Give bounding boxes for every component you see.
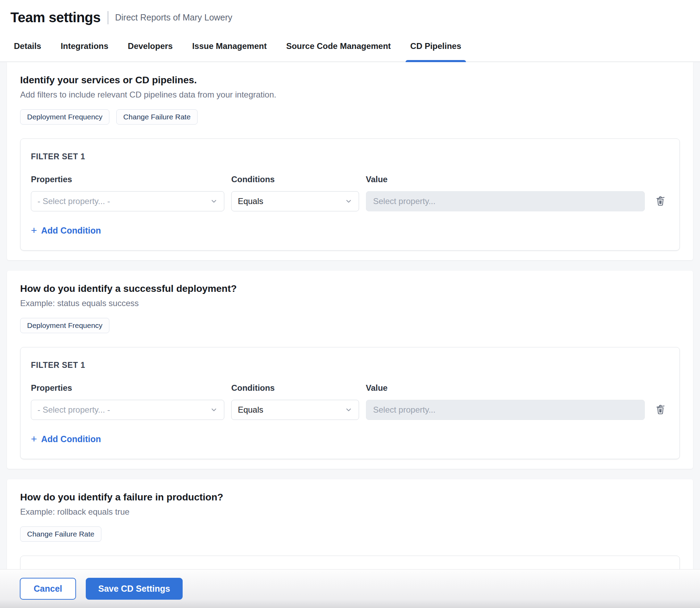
properties-label: Properties — [31, 175, 224, 184]
save-cd-settings-button[interactable]: Save CD Settings — [86, 578, 183, 600]
filter-grid: Properties Conditions Value - Select pro… — [31, 175, 669, 211]
metric-chip-row: Deployment Frequency — [20, 318, 680, 333]
tab-details[interactable]: Details — [14, 30, 41, 61]
page-subtitle: Direct Reports of Mary Lowery — [115, 12, 233, 23]
tab-issue-management[interactable]: Issue Management — [192, 30, 267, 61]
tab-label: Developers — [128, 41, 173, 51]
tab-label: Source Code Management — [286, 41, 391, 51]
value-label: Value — [366, 383, 645, 393]
section-heading: How do you identify a successful deploym… — [20, 283, 680, 294]
section-description: Example: rollback equals true — [20, 507, 680, 517]
property-select-placeholder: - Select property... - — [38, 405, 110, 415]
chip-change-failure-rate: Change Failure Rate — [20, 526, 101, 542]
filter-grid: Properties Conditions Value - Select pro… — [31, 383, 669, 420]
filter-set-card: FILTER SET 1 Properties Conditions Value… — [20, 347, 680, 459]
page-header: Team settings Direct Reports of Mary Low… — [0, 0, 700, 30]
chip-deployment-frequency: Deployment Frequency — [20, 109, 109, 125]
property-select-placeholder: - Select property... - — [38, 196, 110, 206]
metric-chip-row: Deployment Frequency Change Failure Rate — [20, 109, 680, 125]
cancel-button[interactable]: Cancel — [20, 578, 76, 600]
chip-change-failure-rate: Change Failure Rate — [116, 109, 198, 125]
section-successful-deployment: How do you identify a successful deploym… — [7, 271, 693, 469]
tab-source-code-management[interactable]: Source Code Management — [286, 30, 391, 61]
value-input — [366, 191, 645, 211]
condition-select[interactable]: Equals — [231, 191, 359, 211]
section-identify-pipelines: Identify your services or CD pipelines. … — [7, 62, 693, 260]
trash-icon — [655, 404, 666, 415]
tab-developers[interactable]: Developers — [128, 30, 173, 61]
section-heading: How do you identify a failure in product… — [20, 492, 680, 503]
property-select[interactable]: - Select property... - — [31, 400, 224, 420]
section-heading: Identify your services or CD pipelines. — [20, 75, 680, 86]
properties-label: Properties — [31, 383, 224, 393]
condition-select[interactable]: Equals — [231, 400, 359, 420]
title-divider — [108, 11, 108, 24]
tab-label: CD Pipelines — [410, 41, 461, 51]
delete-condition-button[interactable] — [653, 402, 667, 417]
plus-icon: + — [31, 434, 37, 444]
tab-label: Issue Management — [192, 41, 267, 51]
conditions-label: Conditions — [231, 175, 359, 184]
tab-integrations[interactable]: Integrations — [61, 30, 108, 61]
footer-action-bar: Cancel Save CD Settings — [0, 569, 700, 608]
tab-label: Integrations — [61, 41, 108, 51]
condition-select-value: Equals — [238, 405, 263, 415]
chevron-down-icon — [210, 406, 218, 414]
page-title: Team settings — [10, 10, 101, 25]
value-label: Value — [366, 175, 645, 184]
tab-cd-pipelines[interactable]: CD Pipelines — [410, 30, 461, 61]
filter-set-title: FILTER SET 1 — [31, 361, 669, 370]
chip-deployment-frequency: Deployment Frequency — [20, 318, 109, 333]
tab-bar: Details Integrations Developers Issue Ma… — [0, 30, 700, 62]
active-tab-underline — [406, 60, 466, 62]
condition-select-value: Equals — [238, 196, 263, 206]
add-condition-label: Add Condition — [41, 226, 101, 236]
conditions-label: Conditions — [231, 383, 359, 393]
metric-chip-row: Change Failure Rate — [20, 526, 680, 542]
chevron-down-icon — [345, 406, 352, 414]
trash-icon — [655, 195, 666, 207]
tab-label: Details — [14, 41, 41, 51]
plus-icon: + — [31, 225, 37, 236]
value-input — [366, 400, 645, 420]
section-description: Add filters to include relevant CD pipel… — [20, 90, 680, 100]
property-select[interactable]: - Select property... - — [31, 191, 224, 211]
filter-set-card: FILTER SET 1 Properties Conditions Value… — [20, 138, 680, 251]
chevron-down-icon — [345, 197, 352, 205]
add-condition-label: Add Condition — [41, 434, 101, 444]
filter-set-title: FILTER SET 1 — [31, 152, 669, 161]
delete-condition-button[interactable] — [653, 194, 667, 209]
add-condition-button[interactable]: + Add Condition — [31, 434, 101, 444]
chevron-down-icon — [210, 197, 218, 205]
section-description: Example: status equals success — [20, 298, 680, 308]
add-condition-button[interactable]: + Add Condition — [31, 225, 101, 236]
